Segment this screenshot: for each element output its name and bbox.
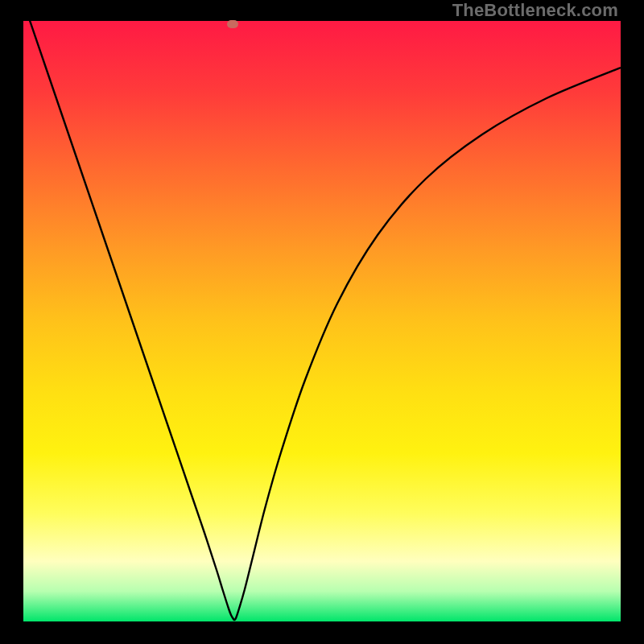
watermark-text: TheBottleneck.com <box>452 0 618 21</box>
plot-area <box>23 21 621 621</box>
optimum-marker <box>227 20 238 28</box>
curve-svg <box>23 21 621 621</box>
chart-frame: TheBottleneck.com <box>0 0 644 644</box>
bottleneck-curve <box>23 21 621 620</box>
